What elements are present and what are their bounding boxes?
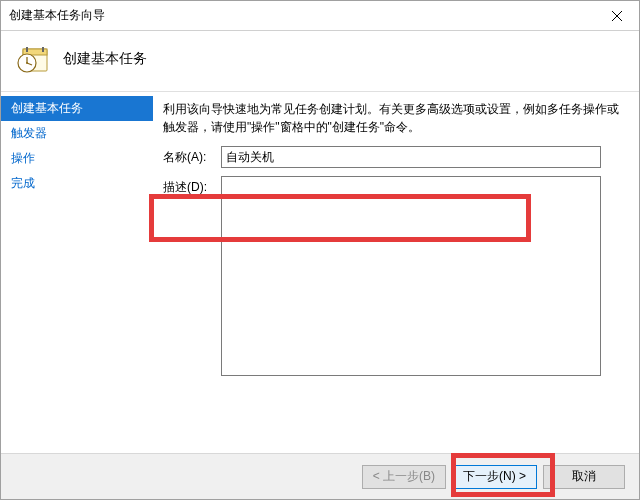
- page-title: 创建基本任务: [63, 50, 147, 68]
- name-label: 名称(A):: [163, 146, 221, 166]
- wizard-footer: < 上一步(B) 下一步(N) > 取消: [1, 453, 639, 499]
- back-button: < 上一步(B): [362, 465, 446, 489]
- window-title: 创建基本任务向导: [9, 7, 105, 24]
- wizard-header: 创建基本任务: [1, 31, 639, 91]
- name-input[interactable]: [221, 146, 601, 168]
- titlebar: 创建基本任务向导: [1, 1, 639, 31]
- sidebar-item-create[interactable]: 创建基本任务: [1, 96, 153, 121]
- svg-point-9: [26, 62, 28, 64]
- wizard-window: 创建基本任务向导 创建基本任务 创建基本任务 触发器: [0, 0, 640, 500]
- cancel-button[interactable]: 取消: [543, 465, 625, 489]
- sidebar-item-action[interactable]: 操作: [1, 146, 153, 171]
- next-button[interactable]: 下一步(N) >: [452, 465, 537, 489]
- sidebar-item-finish[interactable]: 完成: [1, 171, 153, 196]
- description-row: 描述(D):: [163, 176, 625, 376]
- sidebar: 创建基本任务 触发器 操作 完成: [1, 92, 153, 453]
- description-input[interactable]: [221, 176, 601, 376]
- sidebar-item-trigger[interactable]: 触发器: [1, 121, 153, 146]
- close-button[interactable]: [594, 1, 639, 30]
- description-label: 描述(D):: [163, 176, 221, 196]
- calendar-clock-icon: [17, 43, 49, 75]
- main-panel: 利用该向导快速地为常见任务创建计划。有关更多高级选项或设置，例如多任务操作或触发…: [153, 92, 639, 453]
- intro-text: 利用该向导快速地为常见任务创建计划。有关更多高级选项或设置，例如多任务操作或触发…: [163, 100, 625, 136]
- close-icon: [612, 11, 622, 21]
- wizard-body: 创建基本任务 触发器 操作 完成 利用该向导快速地为常见任务创建计划。有关更多高…: [1, 91, 639, 453]
- name-row: 名称(A):: [163, 146, 625, 168]
